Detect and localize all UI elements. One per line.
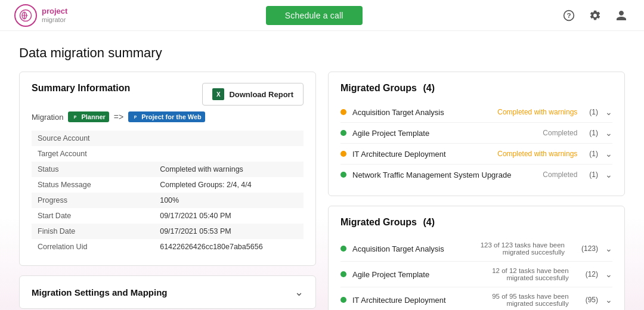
header-center: Schedule a call [67, 6, 561, 25]
group-status: Completed [543, 129, 577, 137]
groups-top-list: Acquisition Target AnalysisCompleted wit… [340, 102, 612, 185]
group-item[interactable]: Agile Project TemplateCompleted(1)⌄ [340, 123, 612, 144]
migrated-groups-top-card: Migrated Groups (4) Acquisition Target A… [328, 72, 625, 196]
left-panel: Summary Information X Download Report Mi… [19, 72, 316, 309]
group-item[interactable]: Agile Project Template12 of 12 tasks hav… [340, 262, 612, 287]
group-count: (1) [589, 108, 598, 116]
group-expand-icon[interactable]: ⌄ [605, 107, 612, 117]
group-count: (95) [586, 296, 598, 304]
content-grid: Summary Information X Download Report Mi… [19, 72, 625, 310]
logo-title: project [42, 7, 67, 16]
group-item[interactable]: IT Architecture DeploymentCompleted with… [340, 144, 612, 165]
group-count: (1) [589, 150, 598, 158]
summary-card-title: Summary Information [32, 83, 130, 94]
excel-icon: X [212, 88, 224, 100]
group-name: IT Architecture Deployment [352, 296, 457, 305]
summary-row-value: Completed with warnings [154, 162, 304, 177]
group-dot [340, 297, 346, 303]
p4w-badge: P Project for the Web [128, 111, 205, 122]
group-item[interactable]: Network Traffic Management System Upgrad… [340, 165, 612, 185]
group-name: Agile Project Template [352, 270, 457, 279]
main-content: Data migration summary Summary Informati… [0, 31, 644, 310]
chevron-down-icon: ⌄ [295, 286, 304, 299]
group-item[interactable]: Acquisition Target AnalysisCompleted wit… [340, 102, 612, 123]
logo-area: project migrator [14, 4, 67, 27]
summary-row-value: 09/17/2021 05:53 PM [154, 224, 304, 239]
arrow-text: => [114, 112, 123, 122]
settings-title: Migration Settings and Mapping [32, 287, 168, 297]
group-count: (123) [581, 244, 598, 253]
summary-header: Summary Information X Download Report [32, 83, 304, 106]
group-dot [340, 130, 346, 136]
group-dot [340, 109, 346, 115]
group-task-desc: 123 of 123 tasks have been migrated succ… [462, 241, 569, 256]
group-name: IT Architecture Deployment [352, 150, 491, 159]
download-label: Download Report [229, 90, 293, 99]
group-name: Agile Project Template [352, 129, 537, 138]
page-title: Data migration summary [19, 45, 625, 61]
summary-card: Summary Information X Download Report Mi… [19, 72, 316, 266]
logo-circle [14, 4, 37, 27]
group-count: (12) [586, 270, 598, 278]
summary-row-label: Progress [32, 193, 154, 208]
right-panel: Migrated Groups (4) Acquisition Target A… [328, 72, 625, 310]
summary-row-value: 09/17/2021 05:40 PM [154, 208, 304, 224]
group-expand-icon[interactable]: ⌄ [605, 295, 612, 305]
group-status: Completed [543, 170, 577, 179]
planner-label: Planner [81, 113, 105, 120]
settings-icon[interactable] [587, 7, 603, 24]
summary-row-label: Finish Date [32, 224, 154, 239]
app-header: project migrator Schedule a call ? [0, 0, 644, 31]
schedule-call-button[interactable]: Schedule a call [266, 6, 363, 25]
summary-row-value [154, 131, 304, 146]
groups-bottom-list: Acquisition Target Analysis123 of 123 ta… [340, 236, 612, 310]
download-report-button[interactable]: X Download Report [202, 83, 304, 106]
help-icon[interactable]: ? [561, 7, 577, 24]
summary-row-label: Correlation Uid [32, 239, 154, 255]
summary-row-value [154, 146, 304, 162]
migrated-groups-bottom-card: Migrated Groups (4) Acquisition Target A… [328, 206, 625, 310]
group-dot [340, 151, 346, 157]
logo-sub: migrator [42, 16, 67, 24]
group-item[interactable]: Acquisition Target Analysis123 of 123 ta… [340, 236, 612, 262]
migrated-groups-bottom-title: Migrated Groups (4) [340, 217, 612, 228]
group-dot [340, 246, 346, 252]
summary-row-value: Completed Groups: 2/4, 4/4 [154, 177, 304, 193]
migration-row: Migration P Planner => P Project for the… [32, 111, 304, 122]
summary-row-label: Status Message [32, 177, 154, 193]
svg-text:P: P [134, 115, 137, 119]
group-dot [340, 271, 346, 277]
svg-text:P: P [74, 115, 77, 119]
migration-label: Migration [32, 113, 63, 122]
summary-row-label: Target Account [32, 146, 154, 162]
logo-text: project migrator [42, 7, 67, 24]
header-icons: ? [561, 7, 630, 24]
group-count: (1) [589, 170, 598, 179]
group-task-desc: 95 of 95 tasks have been migrated succes… [463, 293, 573, 307]
p4w-label: Project for the Web [141, 113, 202, 120]
account-icon[interactable] [613, 7, 630, 24]
summary-row-value: 61422626426cc180e7aba5656 [154, 239, 304, 255]
summary-row-label: Status [32, 162, 154, 177]
group-dot [340, 172, 346, 178]
summary-row-label: Start Date [32, 208, 154, 224]
settings-card[interactable]: Migration Settings and Mapping ⌄ [19, 275, 316, 309]
summary-table: Source AccountTarget AccountStatusComple… [32, 131, 304, 255]
summary-row-label: Source Account [32, 131, 154, 146]
group-expand-icon[interactable]: ⌄ [605, 128, 612, 138]
group-expand-icon[interactable]: ⌄ [605, 244, 612, 253]
group-expand-icon[interactable]: ⌄ [605, 269, 612, 279]
group-task-desc: 12 of 12 tasks have been migrated succes… [463, 267, 573, 281]
group-status: Completed with warnings [497, 108, 577, 116]
summary-row-value: 100% [154, 193, 304, 208]
group-item[interactable]: IT Architecture Deployment95 of 95 tasks… [340, 287, 612, 310]
group-expand-icon[interactable]: ⌄ [605, 149, 612, 159]
migrated-groups-top-title: Migrated Groups (4) [340, 83, 612, 94]
group-expand-icon[interactable]: ⌄ [605, 170, 612, 179]
svg-text:?: ? [566, 11, 571, 19]
planner-badge: P Planner [68, 111, 109, 122]
group-count: (1) [589, 129, 598, 137]
group-name: Network Traffic Management System Upgrad… [352, 170, 537, 179]
group-name: Acquisition Target Analysis [352, 108, 491, 117]
group-status: Completed with warnings [497, 150, 577, 158]
